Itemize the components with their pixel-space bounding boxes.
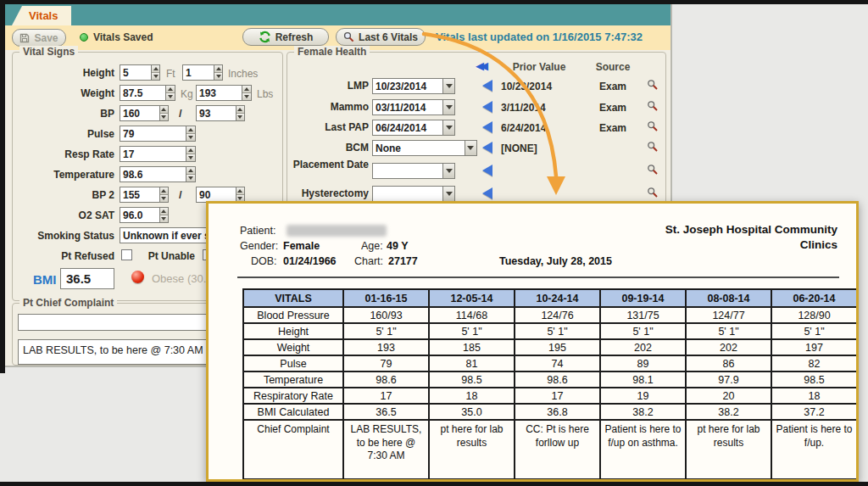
cell: 81 [429,355,515,371]
col-header: 08-08-14 [686,289,771,307]
pulse-label: Pulse [13,128,114,140]
clinic-name: St. Joseph Hospital Community Clinics [638,222,837,253]
chief-complaint-note[interactable]: LAB RESULTS, to be here @ 7:30 AM [18,339,230,365]
weight-kg-spinner[interactable] [165,86,175,100]
bp-systolic-spinner[interactable] [159,106,168,120]
cell: 18 [429,388,515,404]
pulse-input[interactable] [120,126,186,141]
resp-rate-spinner[interactable] [186,147,195,161]
bp2-systolic-spinner[interactable] [159,187,168,202]
cell: 98.5 [429,371,515,388]
table-row: Temperature 98.6 98.5 98.6 98.1 97.9 98.… [243,371,857,388]
cell: 38.2 [600,404,686,420]
screen-frame-left [0,0,5,373]
cell: 36.5 [343,404,429,420]
bmi-alert-dot-icon [131,271,144,283]
cell: LAB RESULTS, to be here @ 7:30 AM [343,420,429,479]
chart-value: 27177 [388,255,418,267]
weight-kg-input[interactable] [120,86,165,100]
col-header: 10-24-14 [515,289,600,307]
placement-date-dropdown-button[interactable] [442,164,454,178]
cell: 98.6 [515,371,600,388]
cell: 37.2 [771,404,857,420]
row-label: Blood Pressure [243,307,343,323]
mammo-label: Mammo [287,102,369,114]
bp2-diastolic-input[interactable] [197,187,236,202]
last-pap-input[interactable] [373,120,442,135]
lmp-row: LMP 10/23/2014 Exam [287,78,665,97]
lmp-magnifier-icon[interactable] [647,79,659,91]
weight-lbs-input[interactable] [197,86,242,100]
last-6-vitals-button[interactable]: Last 6 Vitals [336,28,426,46]
temperature-spinner[interactable] [186,167,195,182]
bcm-copy-prior-icon[interactable] [482,142,492,154]
bp-diastolic-spinner[interactable] [236,106,244,120]
cell: 17 [343,388,429,404]
cell: 36.8 [515,404,600,420]
o2-sat-spinner[interactable] [159,208,168,222]
tab-band: Vitals [5,4,670,25]
o2-sat-input[interactable] [120,208,159,222]
height-ft-spinner[interactable] [151,65,159,80]
bp2-diastolic-spinner[interactable] [236,187,244,202]
cell: 74 [515,355,600,371]
last-pap-dropdown-button[interactable] [442,120,454,135]
ft-unit-label: Ft [166,68,175,80]
last-pap-row: Last PAP 6/24/2014 Exam [287,120,665,138]
lmp-copy-prior-icon[interactable] [482,80,492,92]
save-button[interactable]: Save [12,29,66,47]
mammo-copy-prior-icon[interactable] [482,101,492,113]
bp-diastolic-input[interactable] [197,106,236,120]
height-ft-input[interactable] [120,65,151,80]
temperature-label: Temperature [13,169,114,181]
table-row: Blood Pressure 160/93 114/68 124/76 131/… [243,307,857,323]
bcm-magnifier-icon[interactable] [647,141,659,153]
bcm-dropdown-button[interactable] [465,141,476,155]
cell: 18 [771,388,857,404]
tab-vitals[interactable]: Vitals [12,6,71,25]
pulse-spinner[interactable] [186,126,195,141]
weight-lbs-spinner[interactable] [242,86,251,100]
mammo-dropdown-button[interactable] [442,100,454,115]
cell: 79 [343,355,429,371]
refresh-button[interactable]: Refresh [242,28,329,46]
gender-value: Female [283,240,320,252]
chief-complaint-input[interactable] [18,314,220,331]
cell: 98.1 [600,371,686,388]
screen-frame-top [0,0,868,4]
hysterectomy-input[interactable] [373,187,442,201]
col-header: 12-05-14 [429,289,515,307]
height-in-spinner[interactable] [214,65,222,80]
last-pap-magnifier-icon[interactable] [647,120,659,132]
row-label: Respiratory Rate [243,388,343,404]
screen-frame-bottom [0,482,868,486]
mammo-magnifier-icon[interactable] [647,100,659,112]
resp-rate-input[interactable] [120,147,186,161]
mammo-input[interactable] [373,100,442,115]
bcm-input[interactable] [373,141,465,155]
bp2-systolic-input[interactable] [120,187,159,202]
cell: 197 [771,339,857,355]
source-header: Source [586,61,640,73]
cell: 5' 1" [429,323,515,339]
cell: 202 [686,339,771,355]
table-row: Weight 193 185 195 202 202 197 [243,339,857,355]
last-pap-label: Last PAP [287,122,369,134]
cell: 38.2 [686,404,771,420]
placement-date-magnifier-icon[interactable] [647,164,659,176]
hysterectomy-copy-prior-icon[interactable] [482,187,492,199]
cell: 97.9 [686,371,771,388]
placement-date-copy-prior-icon[interactable] [482,165,492,176]
lmp-dropdown-button[interactable] [442,79,454,93]
copy-all-prior-icon[interactable]: ◀◀ [476,59,484,72]
placement-date-label: Placement Date [287,159,369,171]
hysterectomy-dropdown-button[interactable] [442,187,454,201]
placement-date-input[interactable] [373,164,442,178]
hysterectomy-magnifier-icon[interactable] [647,187,659,198]
last-pap-copy-prior-icon[interactable] [482,121,492,133]
cell: 35.0 [429,404,515,420]
bp-systolic-input[interactable] [120,106,159,120]
temperature-input[interactable] [120,167,186,182]
lmp-input[interactable] [373,79,442,93]
height-in-input[interactable] [183,65,214,80]
